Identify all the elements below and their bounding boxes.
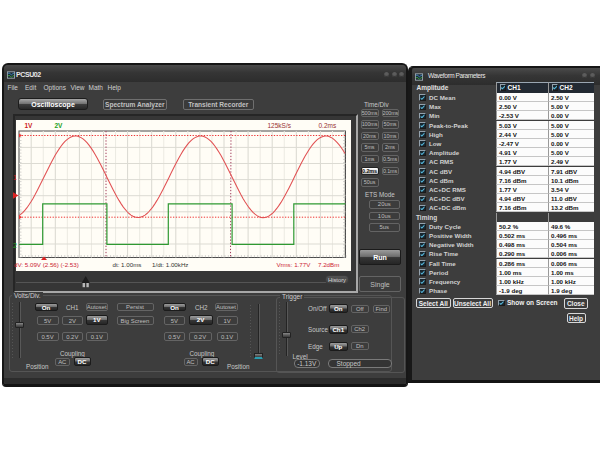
svg-text:2: 2 [13, 242, 17, 249]
svg-text:1: 1 [13, 174, 17, 181]
